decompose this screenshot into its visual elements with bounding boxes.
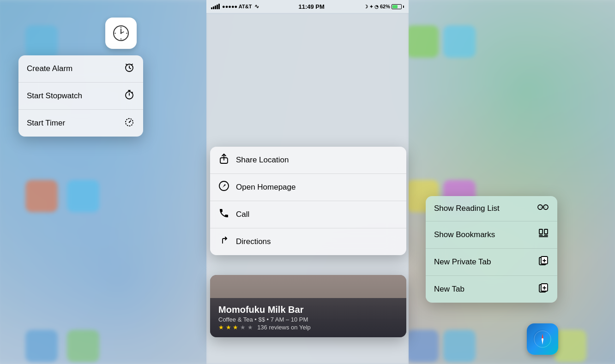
signal-bars <box>211 4 220 9</box>
bg-app-12 <box>554 330 586 362</box>
show-reading-list-item[interactable]: Show Reading List <box>426 196 557 221</box>
svg-marker-25 <box>222 184 226 188</box>
review-count: 136 reviews on Yelp <box>257 324 311 331</box>
directions-label: Directions <box>236 237 398 246</box>
open-homepage-label: Open Homepage <box>236 183 398 192</box>
bg-app-11 <box>443 330 476 362</box>
show-bookmarks-label: Show Bookmarks <box>434 230 495 239</box>
create-alarm-item[interactable]: Create Alarm <box>18 55 143 83</box>
battery-area: ☽ ✦ ◔ 62% <box>364 4 404 9</box>
status-left: ●●●●● AT&T ∿ <box>211 3 259 10</box>
bluetooth-icon2: ◔ <box>374 4 379 9</box>
bg-app-7 <box>67 330 99 362</box>
new-private-tab-label: New Private Tab <box>434 257 491 267</box>
bg-app-3 <box>443 25 476 58</box>
compass-icon <box>218 180 229 194</box>
new-tab-label: New Tab <box>434 285 464 294</box>
clock-context-menu: Create Alarm Start Stopwatch Start T <box>18 55 143 137</box>
star1: ★ <box>218 324 224 331</box>
timer-icon <box>124 116 135 130</box>
moon-icon: ☽ <box>364 4 368 9</box>
star2: ★ <box>226 324 231 331</box>
status-bar: ●●●●● AT&T ∿ 11:49 PM ☽ ✦ ◔ 62% <box>206 0 409 13</box>
bluetooth-icon: ✦ <box>369 4 373 9</box>
maps-card-content: Momofuku Milk Bar Coffee & Tea • $$ • 7 … <box>210 298 406 337</box>
directions-icon <box>218 235 229 249</box>
svg-line-18 <box>132 92 133 93</box>
battery-tip <box>403 6 404 8</box>
call-label: Call <box>236 210 398 219</box>
show-reading-list-label: Show Reading List <box>434 204 500 213</box>
svg-rect-34 <box>539 229 543 234</box>
bar4 <box>217 5 218 9</box>
svg-point-30 <box>542 338 543 340</box>
start-timer-label: Start Timer <box>27 119 65 128</box>
bg-app-9 <box>67 180 99 212</box>
bar2 <box>213 6 214 9</box>
bar3 <box>215 6 216 9</box>
clock-app-icon[interactable] <box>105 18 137 49</box>
svg-point-21 <box>129 122 130 123</box>
new-tab-item[interactable]: New Tab <box>426 276 557 303</box>
reading-list-icon <box>537 203 549 215</box>
battery-fill <box>392 5 398 8</box>
call-item[interactable]: Call <box>210 201 406 228</box>
safari-context-menu: Show Reading List Show Bookmarks New Pri… <box>426 196 557 303</box>
maps-venue-card[interactable]: Momofuku Milk Bar Coffee & Tea • $$ • 7 … <box>210 275 406 337</box>
star4: ★ <box>240 324 246 331</box>
open-homepage-item[interactable]: Open Homepage <box>210 174 406 201</box>
clock-icon-svg <box>112 24 130 42</box>
wifi-icon: ∿ <box>254 3 259 10</box>
star3: ★ <box>233 324 238 331</box>
time-display: 11:49 PM <box>298 3 324 10</box>
start-stopwatch-label: Start Stopwatch <box>27 91 82 101</box>
star5: ★ <box>247 324 253 331</box>
bg-app-10 <box>406 330 439 362</box>
svg-rect-35 <box>544 229 548 234</box>
safari-app-icon[interactable] <box>527 323 558 355</box>
show-bookmarks-item[interactable]: Show Bookmarks <box>426 221 557 249</box>
battery-body <box>392 4 402 9</box>
stopwatch-icon <box>124 89 135 103</box>
venue-details: Coffee & Tea • $$ • 7 AM – 10 PM <box>218 316 398 323</box>
bg-app-2 <box>406 25 439 58</box>
bg-app-6 <box>25 330 58 362</box>
bookmarks-icon <box>538 228 549 242</box>
alarm-icon <box>124 62 135 76</box>
bar1 <box>211 7 212 9</box>
bar5 <box>218 4 220 9</box>
new-tab-icon <box>538 282 549 296</box>
start-timer-item[interactable]: Start Timer <box>18 110 143 137</box>
create-alarm-label: Create Alarm <box>27 64 72 73</box>
venue-name: Momofuku Milk Bar <box>218 304 398 315</box>
battery-percent: 62% <box>380 4 390 9</box>
directions-item[interactable]: Directions <box>210 228 406 255</box>
bg-app-8 <box>25 180 58 212</box>
share-location-label: Share Location <box>236 155 398 165</box>
venue-rating: ★ ★ ★ ★ ★ 136 reviews on Yelp <box>218 324 398 331</box>
safari-icon-svg <box>532 329 553 349</box>
share-location-item[interactable]: Share Location <box>210 147 406 174</box>
share-icon <box>218 153 229 167</box>
bg-app-1 <box>25 25 58 58</box>
maps-context-menu: Share Location Open Homepage Call Direct… <box>210 147 406 255</box>
start-stopwatch-item[interactable]: Start Stopwatch <box>18 83 143 110</box>
new-private-tab-item[interactable]: New Private Tab <box>426 249 557 276</box>
phone-icon <box>218 208 229 221</box>
private-tab-icon <box>538 255 549 269</box>
carrier-label: ●●●●● AT&T <box>222 4 252 9</box>
svg-line-11 <box>129 68 131 69</box>
svg-point-8 <box>121 33 122 34</box>
